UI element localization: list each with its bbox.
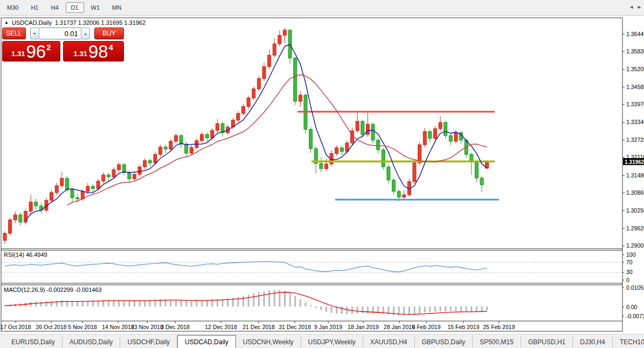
svg-text:23 Nov 2018: 23 Nov 2018	[131, 324, 163, 330]
svg-text:1.34585: 1.34585	[626, 84, 644, 90]
sell-price-button[interactable]: 1.31 96 2	[2, 41, 60, 62]
svg-text:1.30865: 1.30865	[626, 189, 644, 196]
symbol-tab-xauusd-h4[interactable]: XAUUSD,H4	[363, 336, 415, 348]
chart-title: ▲ USDCAD,Daily 1.31737 1.32006 1.31695 1…	[4, 19, 146, 26]
symbol-tab-usdchf-daily[interactable]: USDCHF,Daily	[120, 336, 177, 348]
symbol-tab-sp500-m15[interactable]: SP500,M15	[473, 336, 521, 348]
svg-text:12 Dec 2018: 12 Dec 2018	[205, 324, 237, 330]
symbol-tab-gbpusd-daily[interactable]: GBPUSD,Daily	[415, 336, 473, 348]
svg-text:1.31480: 1.31480	[626, 172, 644, 179]
tab-scroll-left-icon[interactable]: ◄	[629, 4, 634, 10]
svg-text:31 Dec 2018: 31 Dec 2018	[279, 324, 311, 330]
spin-up-icon: ▲	[84, 32, 87, 36]
mt4-window: M30H1H4D1W1MN 1.364451.358301.352001.345…	[0, 0, 644, 348]
svg-text:3 Dec 2018: 3 Dec 2018	[161, 324, 190, 330]
svg-text:28 Jan 2019: 28 Jan 2019	[384, 324, 415, 330]
macd-label: MACD(12,26,9) -0.002299 -0.001463	[4, 286, 102, 293]
sell-button[interactable]: SELL	[2, 28, 26, 39]
collapse-trade-panel-icon[interactable]: ▲	[4, 21, 9, 25]
buy-price-button[interactable]: 1.31 98 4	[63, 41, 124, 62]
timeframe-button-h1[interactable]: H1	[25, 2, 44, 13]
svg-text:9 Jan 2019: 9 Jan 2019	[314, 324, 342, 330]
svg-text:1.33970: 1.33970	[626, 101, 644, 107]
svg-text:17 Oct 2018: 17 Oct 2018	[0, 324, 31, 330]
svg-text:1.29005: 1.29005	[626, 242, 644, 249]
svg-text:-0.0073: -0.0073	[626, 313, 644, 319]
svg-text:100: 100	[626, 251, 636, 258]
svg-text:0.010525: 0.010525	[626, 284, 644, 291]
svg-text:70: 70	[626, 259, 633, 265]
symbol-tab-gbpusd-h1[interactable]: GBPUSD,H1	[521, 336, 573, 348]
svg-text:1.30250: 1.30250	[626, 207, 644, 214]
timeframe-button-mn[interactable]: MN	[107, 2, 127, 13]
date-axis[interactable]: 17 Oct 201826 Oct 20185 Nov 201814 Nov 2…	[0, 321, 515, 330]
buy-button[interactable]: BUY	[94, 28, 124, 39]
svg-text:1.31962: 1.31962	[625, 159, 644, 165]
svg-text:18 Jan 2019: 18 Jan 2019	[348, 324, 379, 330]
timeframe-toolbar: M30H1H4D1W1MN	[0, 0, 644, 16]
tab-scroll-right-icon[interactable]: ►	[637, 4, 642, 10]
sell-price-big: 96	[26, 44, 46, 60]
svg-text:14 Nov 2018: 14 Nov 2018	[102, 324, 134, 330]
symbol-tab-audusd-daily[interactable]: AUDUSD,Daily	[63, 336, 121, 348]
spin-down-icon: ▼	[33, 32, 37, 36]
rsi-label: RSI(14) 46.4949	[4, 251, 47, 258]
macd-histogram	[4, 290, 488, 316]
symbol-tab-usdcnh-weekly[interactable]: USDCNH,Weekly	[236, 336, 301, 348]
svg-text:1.35830: 1.35830	[626, 48, 644, 54]
symbol-tab-usdcad-daily[interactable]: USDCAD,Daily	[177, 335, 236, 348]
svg-text:1.33340: 1.33340	[626, 119, 644, 125]
svg-text:21 Dec 2018: 21 Dec 2018	[243, 324, 275, 330]
svg-text:1.29620: 1.29620	[626, 225, 644, 231]
buy-price-big: 98	[88, 44, 108, 60]
symbol-tab-dj30-h4[interactable]: DJ30,H4	[573, 336, 613, 348]
price-axis[interactable]: 1.364451.358301.352001.345851.339701.333…	[622, 31, 644, 249]
svg-text:1.32725: 1.32725	[626, 137, 644, 143]
timeframe-button-w1[interactable]: W1	[86, 2, 106, 13]
rsi-panel[interactable]: 10070300	[2, 251, 636, 283]
symbol-tab-usdjpy-weekly[interactable]: USDJPY,Weekly	[301, 336, 363, 348]
tab-scroll-arrows: ◄ ►	[627, 0, 644, 14]
svg-text:6 Feb 2019: 6 Feb 2019	[412, 324, 440, 330]
current-price-tag: 1.31962	[623, 158, 644, 165]
sell-price-pip: 2	[46, 43, 51, 52]
rsi-line	[5, 262, 487, 272]
volume-increase-button[interactable]: ▲	[81, 28, 90, 39]
svg-text:0.00: 0.00	[626, 304, 638, 310]
chart-symbol-label: USDCAD,Daily	[12, 19, 52, 26]
buy-price-pip: 4	[109, 43, 113, 52]
volume-decrease-button[interactable]: ▼	[30, 28, 39, 39]
timeframe-button-h4[interactable]: H4	[45, 2, 64, 13]
timeframe-button-d1[interactable]: D1	[66, 2, 84, 13]
symbol-tab-eurusd-daily[interactable]: EURUSD,Daily	[4, 336, 63, 348]
svg-text:15 Feb 2019: 15 Feb 2019	[448, 324, 480, 330]
svg-text:26 Oct 2018: 26 Oct 2018	[36, 324, 66, 330]
svg-text:30: 30	[626, 269, 633, 275]
svg-text:25 Feb 2019: 25 Feb 2019	[483, 324, 515, 330]
volume-input[interactable]	[39, 28, 81, 39]
svg-text:5 Nov 2018: 5 Nov 2018	[68, 324, 97, 330]
svg-text:1.36445: 1.36445	[626, 31, 644, 37]
symbol-tab-bar: EURUSD,DailyAUDUSD,DailyUSDCHF,DailyUSDC…	[0, 334, 644, 348]
sell-price-prefix: 1.31	[11, 50, 25, 58]
buy-price-prefix: 1.31	[74, 50, 87, 58]
timeframe-button-m30[interactable]: M30	[2, 2, 24, 13]
svg-text:1.35200: 1.35200	[626, 66, 644, 72]
symbol-tab-tech100-h[interactable]: TECH100,H	[613, 336, 644, 348]
one-click-trade-panel: SELL ▼ ▲ BUY 1.31 96 2 1.31 98 4	[2, 28, 124, 62]
chart-frame	[1, 18, 622, 331]
chart-ohlc-values: 1.31737 1.32006 1.31695 1.31962	[55, 19, 146, 26]
svg-text:0: 0	[626, 277, 629, 283]
